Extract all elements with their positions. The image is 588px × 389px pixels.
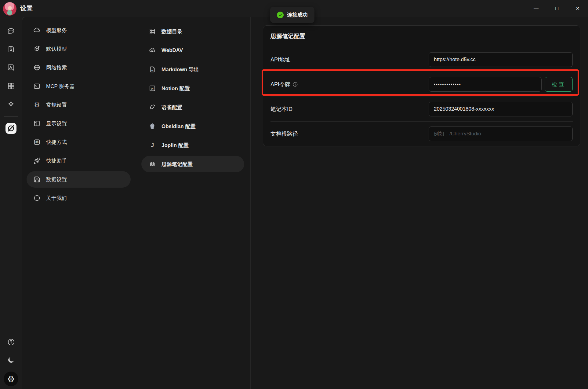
close-button[interactable]: ✕ bbox=[567, 0, 588, 17]
notebook-id-label: 笔记本ID bbox=[270, 105, 292, 113]
api-token-label-text: API令牌 bbox=[270, 81, 290, 88]
left-rail: ⚙ bbox=[0, 17, 22, 389]
rocket-icon bbox=[33, 157, 41, 164]
check-token-button[interactable]: 检查 bbox=[545, 77, 573, 92]
sidebar-item-display-settings[interactable]: 显示设置 bbox=[27, 115, 131, 132]
settings-gear-icon[interactable]: ⚙ bbox=[4, 372, 18, 386]
svg-text:N: N bbox=[151, 87, 154, 90]
yuque-bird-icon bbox=[149, 104, 156, 111]
subnav-item-markdown-export[interactable]: M Markdown 导出 bbox=[141, 61, 244, 78]
subnav-item-label: WebDAV bbox=[162, 47, 183, 53]
obsidian-gem-icon bbox=[149, 123, 156, 130]
sidebar-item-label: 网络搜索 bbox=[46, 64, 67, 71]
sidebar-item-model-services[interactable]: 模型服务 bbox=[27, 22, 131, 39]
subnav-item-yuque-config[interactable]: 语雀配置 bbox=[141, 99, 244, 116]
gear-icon: ⚙ bbox=[33, 101, 41, 108]
api-address-label: API地址 bbox=[270, 56, 290, 63]
drawers-icon bbox=[149, 28, 156, 35]
cloud-sync-icon bbox=[149, 47, 156, 54]
subnav-item-label: Obsidian 配置 bbox=[162, 123, 195, 130]
card-header: 思源笔记配置 bbox=[270, 26, 573, 47]
data-settings-subnav: 数据目录 WebDAV M Markdown 导出 bbox=[135, 17, 251, 389]
terminal-icon bbox=[33, 83, 41, 90]
page-title: 设置 bbox=[20, 4, 33, 13]
card-title: 思源笔记配置 bbox=[270, 32, 305, 40]
floppy-icon bbox=[33, 176, 41, 183]
sidebar-item-about-us[interactable]: 关于我们 bbox=[27, 190, 131, 206]
layout-icon bbox=[33, 120, 41, 127]
subnav-item-label: Joplin 配置 bbox=[162, 142, 189, 149]
subnav-item-label: Notion 配置 bbox=[162, 85, 190, 92]
api-token-input[interactable] bbox=[429, 77, 542, 92]
sidebar-item-shortcuts[interactable]: ⌘ 快捷方式 bbox=[27, 134, 131, 150]
success-check-icon bbox=[277, 12, 284, 18]
api-address-input[interactable] bbox=[429, 52, 573, 67]
minimize-button[interactable]: — bbox=[526, 0, 546, 17]
subnav-item-label: 语雀配置 bbox=[162, 104, 182, 111]
sidebar-item-general-settings[interactable]: ⚙ 常规设置 bbox=[27, 97, 131, 113]
api-token-label: API令牌 bbox=[270, 81, 298, 88]
toast-text: 连接成功 bbox=[287, 11, 308, 18]
doc-root-path-label: 文档根路径 bbox=[270, 130, 298, 138]
joplin-icon: J bbox=[149, 141, 156, 149]
pinned-miniapp-icon[interactable] bbox=[5, 123, 17, 134]
settings-sidebar: 模型服务 默认模型 网络搜索 MCP 服务器 ⚙ bbox=[22, 17, 135, 389]
cube-sparkle-icon bbox=[33, 45, 41, 53]
help-icon[interactable] bbox=[6, 337, 16, 347]
svg-text:M: M bbox=[151, 69, 154, 72]
doc-root-path-input[interactable] bbox=[429, 127, 573, 141]
doc-root-path-row: 文档根路径 bbox=[270, 121, 573, 146]
sidebar-item-label: 显示设置 bbox=[46, 120, 67, 127]
sidebar-item-label: 默认模型 bbox=[46, 46, 67, 53]
apps-grid-icon[interactable] bbox=[6, 81, 16, 90]
window-controls: — □ ✕ bbox=[526, 0, 588, 17]
sidebar-item-label: 常规设置 bbox=[46, 101, 67, 108]
subnav-item-label: 数据目录 bbox=[162, 28, 182, 35]
token-info-icon[interactable] bbox=[292, 82, 298, 87]
settings-panel: 模型服务 默认模型 网络搜索 MCP 服务器 ⚙ bbox=[22, 17, 588, 389]
chat-icon[interactable] bbox=[6, 27, 16, 36]
api-token-row: API令牌 检查 bbox=[270, 72, 573, 97]
subnav-item-joplin-config[interactable]: J Joplin 配置 bbox=[141, 137, 244, 153]
translate-icon[interactable] bbox=[6, 63, 16, 72]
rail-divider bbox=[4, 116, 18, 117]
knowledge-search-icon[interactable] bbox=[6, 45, 16, 54]
sidebar-item-label: 模型服务 bbox=[46, 27, 67, 34]
siyuan-config-card: 思源笔记配置 API地址 API令牌 检查 笔记本ID bbox=[263, 25, 580, 146]
sidebar-item-label: 快捷助手 bbox=[46, 157, 67, 164]
maximize-button[interactable]: □ bbox=[546, 0, 567, 17]
notebook-id-row: 笔记本ID bbox=[270, 97, 573, 121]
cloud-icon bbox=[33, 27, 41, 34]
sidebar-item-web-search[interactable]: 网络搜索 bbox=[27, 59, 131, 76]
subnav-item-notion-config[interactable]: N Notion 配置 bbox=[141, 80, 244, 97]
subnav-item-siyuan-config[interactable]: 思源笔记配置 bbox=[141, 156, 244, 172]
sidebar-item-mcp-servers[interactable]: MCP 服务器 bbox=[27, 78, 131, 94]
dark-mode-moon-icon[interactable] bbox=[6, 355, 16, 365]
notion-icon: N bbox=[149, 85, 156, 92]
sidebar-item-data-settings[interactable]: 数据设置 bbox=[27, 171, 131, 188]
sidebar-item-default-models[interactable]: 默认模型 bbox=[27, 41, 131, 57]
subnav-item-label: Markdown 导出 bbox=[162, 66, 199, 73]
sidebar-item-quick-assistant[interactable]: 快捷助手 bbox=[27, 152, 131, 169]
subnav-item-obsidian-config[interactable]: Obsidian 配置 bbox=[141, 118, 244, 134]
token-input-group: 检查 bbox=[429, 77, 573, 92]
svg-text:⌘: ⌘ bbox=[35, 140, 39, 144]
toast-connection-success: 连接成功 bbox=[270, 7, 314, 23]
siyuan-icon bbox=[149, 160, 156, 168]
sidebar-item-label: 数据设置 bbox=[46, 176, 67, 183]
markdown-file-icon: M bbox=[149, 66, 156, 73]
user-avatar[interactable] bbox=[3, 2, 16, 16]
sidebar-item-label: MCP 服务器 bbox=[46, 83, 74, 90]
subnav-item-label: 思源笔记配置 bbox=[162, 161, 193, 168]
subnav-item-data-directory[interactable]: 数据目录 bbox=[141, 23, 244, 40]
api-address-row: API地址 bbox=[270, 47, 573, 72]
subnav-item-webdav[interactable]: WebDAV bbox=[141, 42, 244, 59]
sidebar-item-label: 关于我们 bbox=[46, 195, 67, 202]
info-icon bbox=[33, 194, 41, 202]
sparkle-icon[interactable] bbox=[6, 100, 16, 109]
globe-icon bbox=[33, 64, 41, 71]
notebook-id-input[interactable] bbox=[429, 102, 573, 116]
command-icon: ⌘ bbox=[33, 138, 41, 146]
main-content: 思源笔记配置 API地址 API令牌 检查 笔记本ID bbox=[251, 17, 588, 389]
sidebar-item-label: 快捷方式 bbox=[46, 139, 67, 146]
